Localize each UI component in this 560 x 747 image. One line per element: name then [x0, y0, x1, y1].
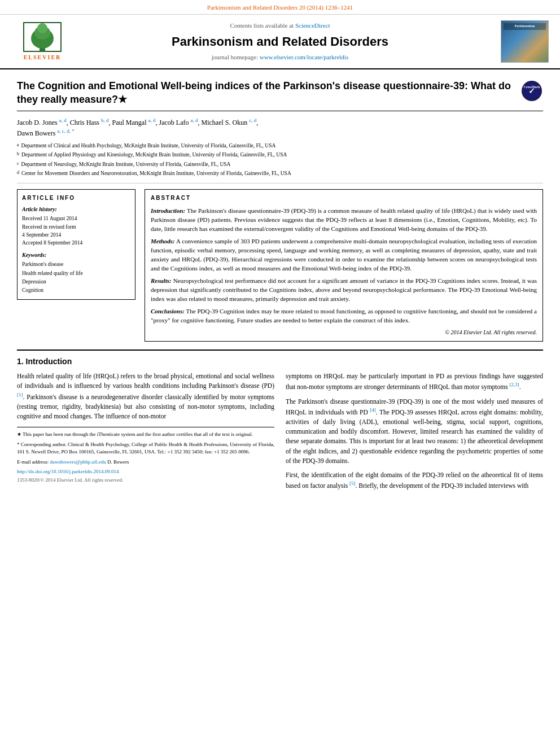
intro-paragraph-1: Health related quality of life (HRQoL) r…: [17, 372, 274, 421]
accepted-date: Accepted 8 September 2014: [22, 239, 130, 247]
journal-citation: Parkinsonism and Related Disorders 20 (2…: [207, 4, 353, 11]
copyright-line: © 2014 Elsevier Ltd. All rights reserved…: [151, 329, 537, 337]
abstract-intro-label: Introduction:: [151, 207, 185, 214]
keyword-2: Health related quality of life: [22, 269, 130, 278]
keywords-title: Keywords:: [22, 251, 130, 259]
section-divider: [17, 350, 543, 351]
journal-cover-image: Parkinsonism: [501, 20, 549, 63]
elsevier-tree-icon: [23, 21, 62, 53]
footnote-2: * Corresponding author. Clinical & Healt…: [17, 441, 274, 456]
article-info-title: ARTICLE INFO: [22, 194, 130, 202]
abstract-section: ABSTRACT Introduction: The Parkinson's d…: [145, 189, 543, 341]
article-info-column: ARTICLE INFO Article history: Received 1…: [17, 189, 135, 341]
footnote-1: ★ This paper has been run through the iT…: [17, 431, 274, 439]
doi-line: http://dx.doi.org/10.1016/j.parkreldis.2…: [17, 468, 274, 475]
journal-cover-section: Parkinsonism: [487, 20, 549, 63]
abstract-intro-text: The Parkinson's disease questionnaire-39…: [151, 207, 537, 232]
cover-title-text: Parkinsonism: [504, 23, 546, 29]
received-date: Received 11 August 2014: [22, 215, 130, 222]
crossmark-badge: ✓ CrossMark: [520, 80, 543, 102]
abstract-title: ABSTRACT: [151, 194, 537, 202]
svg-text:CrossMark: CrossMark: [523, 85, 540, 89]
article-history: Article history: Received 11 August 2014…: [22, 206, 130, 247]
footnotes-section: ★ This paper has been run through the iT…: [17, 427, 274, 483]
journal-title: Parkinsonism and Related Disorders: [73, 33, 487, 51]
author-jones: Jacob D. Jones a, d, Chris Hass b, d, Pa…: [17, 119, 258, 126]
article-title: The Cognition and Emotional Well-being i…: [17, 80, 515, 106]
abstract-results-label: Results:: [151, 277, 172, 284]
abstract-results: Results: Neuropsychological test perform…: [151, 277, 537, 304]
journal-url[interactable]: www.elsevier.com/locate/parkreldis: [260, 54, 349, 60]
email-link[interactable]: dawnbowers@phhp.ufl.edu: [50, 459, 106, 465]
body-two-col: Health related quality of life (HRQoL) r…: [17, 372, 543, 495]
svg-point-3: [37, 23, 47, 33]
keyword-4: Cognition: [22, 286, 130, 295]
revised-date: 4 September 2014: [22, 231, 130, 239]
affiliation-b: b Department of Applied Physiology and K…: [17, 151, 543, 160]
body-left-column: Health related quality of life (HRQoL) r…: [17, 372, 274, 495]
affiliations-section: a Department of Clinical and Health Psyc…: [17, 142, 543, 184]
sciencedirect-link[interactable]: ScienceDirect: [295, 22, 330, 29]
sciencedirect-line: Contents lists available at ScienceDirec…: [73, 21, 487, 30]
crossmark-icon: ✓ CrossMark: [522, 81, 542, 101]
affiliation-a: a Department of Clinical and Health Psyc…: [17, 142, 543, 151]
abstract-methods: Methods: A convenience sample of 303 PD …: [151, 237, 537, 273]
issn-line: 1353-8020/© 2014 Elsevier Ltd. All right…: [17, 477, 274, 484]
email-label: E-mail address:: [17, 459, 49, 465]
section-1-heading: 1. Introduction: [17, 356, 543, 368]
abstract-conclusions-text: The PDQ-39 Cognition index may be more r…: [151, 308, 537, 324]
authors-line: Jacob D. Jones a, d, Chris Hass b, d, Pa…: [17, 117, 543, 138]
keywords-section: Keywords: Parkinson's disease Health rel…: [22, 251, 130, 295]
doi-link[interactable]: http://dx.doi.org/10.1016/j.parkreldis.2…: [17, 469, 119, 474]
history-title: Article history:: [22, 206, 130, 213]
footnote-email: E-mail address: dawnbowers@phhp.ufl.edu …: [17, 458, 274, 466]
journal-homepage-line: journal homepage: www.elsevier.com/locat…: [73, 53, 487, 62]
keyword-3: Depression: [22, 278, 130, 286]
abstract-column: ABSTRACT Introduction: The Parkinson's d…: [145, 189, 543, 341]
abstract-conclusions: Conclusions: The PDQ-39 Cognition index …: [151, 307, 537, 325]
journal-title-section: Contents lists available at ScienceDirec…: [73, 21, 487, 62]
abstract-conclusions-label: Conclusions:: [151, 308, 185, 314]
intro-paragraph-right-2: The Parkinson's disease questionnaire-39…: [286, 397, 543, 466]
author-bowers: Dawn Bowers a, c, d, *: [17, 129, 75, 137]
article-title-section: The Cognition and Emotional Well-being i…: [17, 75, 543, 111]
article-title-text: The Cognition and Emotional Well-being i…: [17, 80, 515, 106]
received-revised: Received in revised form: [22, 223, 130, 231]
journal-citation-bar: Parkinsonism and Related Disorders 20 (2…: [0, 0, 560, 15]
abstract-methods-text: A convenience sample of 303 PD patients …: [151, 238, 537, 272]
info-abstract-section: ARTICLE INFO Article history: Received 1…: [17, 189, 543, 341]
keyword-1: Parkinson's disease: [22, 260, 130, 269]
affiliation-c: c Department of Neurology, McKnight Brai…: [17, 160, 543, 169]
elsevier-logo-section: ELSEVIER: [11, 21, 73, 62]
abstract-results-text: Neuropsychological test performance did …: [151, 277, 537, 302]
body-right-column: symptoms on HRQoL may be particularly im…: [286, 372, 543, 495]
elsevier-brand: ELSEVIER: [24, 54, 62, 62]
intro-paragraph-right-3: First, the identification of the eight d…: [286, 470, 543, 491]
abstract-intro: Introduction: The Parkinson's disease qu…: [151, 207, 537, 234]
intro-paragraph-right-1: symptoms on HRQoL may be particularly im…: [286, 372, 543, 392]
journal-header: ELSEVIER Contents lists available at Sci…: [0, 15, 560, 69]
article-info-box: ARTICLE INFO Article history: Received 1…: [17, 189, 135, 300]
article-content: The Cognition and Emotional Well-being i…: [0, 69, 560, 506]
abstract-methods-label: Methods:: [151, 238, 175, 244]
affiliation-d: d Center for Movement Disorders and Neur…: [17, 169, 543, 178]
